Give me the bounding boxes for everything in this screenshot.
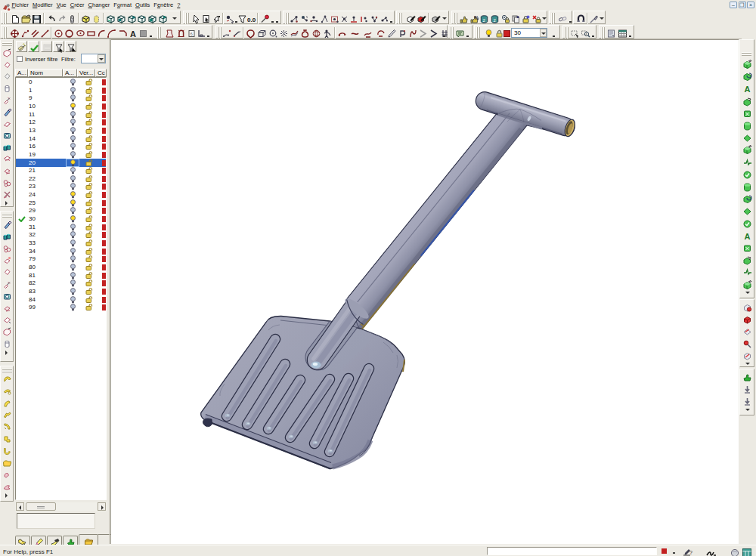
svg-text:%: %	[474, 15, 479, 20]
svg-text:?: ?	[689, 550, 692, 555]
svg-text:A: A	[130, 29, 136, 39]
svg-text:A: A	[745, 85, 751, 94]
svg-text:0.0: 0.0	[247, 16, 256, 23]
svg-text:A: A	[745, 232, 751, 241]
